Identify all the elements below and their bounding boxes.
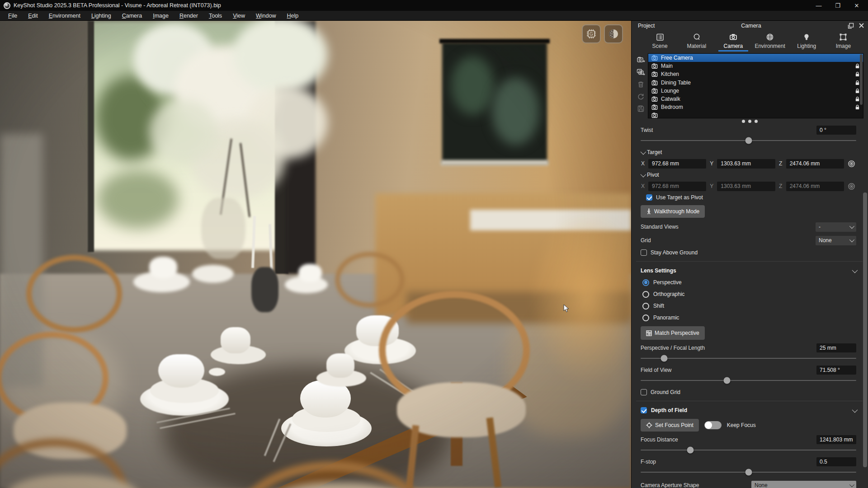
tab-material[interactable]: Material xyxy=(678,31,715,51)
use-target-as-pivot-checkbox[interactable] xyxy=(646,194,652,201)
orthographic-radio[interactable] xyxy=(642,291,649,298)
chevron-down-icon xyxy=(852,407,858,413)
field-of-view-value[interactable]: 71.508 ° xyxy=(816,366,856,375)
f-stop-value[interactable]: 0.5 xyxy=(816,457,856,466)
menu-window[interactable]: Window xyxy=(250,12,281,20)
menu-render[interactable]: Render xyxy=(174,12,203,20)
camera-controls: Twist 0 ° Target X 972.68 mm Y 1303.63 m… xyxy=(632,124,868,488)
aperture-shape-dropdown[interactable]: None xyxy=(751,481,856,488)
camera-row-bedroom[interactable]: Bedroom xyxy=(648,103,863,111)
camera-row-catwalk[interactable]: Catwalk xyxy=(648,95,863,103)
lens-option-orthographic[interactable]: Orthographic xyxy=(641,288,856,300)
camera-tool-rail xyxy=(633,53,648,118)
perspective-radio[interactable] xyxy=(642,279,649,286)
denoise-button[interactable] xyxy=(604,24,623,43)
window-title: KeyShot Studio 2025.3 BETA Professional … xyxy=(14,2,221,9)
pick-pivot-icon[interactable] xyxy=(847,182,856,191)
tab-scene[interactable]: Scene xyxy=(642,31,678,51)
tab-environment[interactable]: Environment xyxy=(752,31,788,51)
tab-image[interactable]: Image xyxy=(825,31,862,51)
target-y-field[interactable]: 1303.63 mm xyxy=(717,159,775,169)
walkthrough-mode-button[interactable]: Walkthrough Mode xyxy=(641,205,705,218)
camera-list: Free Camera Main Kitchen Dining Table xyxy=(648,53,863,118)
render-chair-left xyxy=(0,332,108,424)
viewport-overlay-buttons: G xyxy=(582,24,623,43)
render-sunlight-patch xyxy=(529,211,631,387)
twist-value[interactable]: 0 ° xyxy=(816,126,856,135)
lens-option-panoramic[interactable]: Panoramic xyxy=(641,312,856,324)
tab-lighting[interactable]: Lighting xyxy=(788,31,825,51)
pivot-section-header[interactable]: Pivot xyxy=(641,169,856,180)
render-chair-far-end xyxy=(26,255,122,333)
tab-material-label: Material xyxy=(687,43,706,49)
ground-grid-row[interactable]: Ground Grid xyxy=(641,387,856,398)
realtime-viewport[interactable]: G xyxy=(0,21,631,488)
ground-grid-checkbox[interactable] xyxy=(641,389,647,395)
save-camera-button[interactable] xyxy=(636,104,645,113)
menu-view[interactable]: View xyxy=(227,12,250,20)
standard-views-dropdown[interactable]: - xyxy=(816,222,856,232)
set-focus-point-button[interactable]: Set Focus Point xyxy=(641,419,699,432)
twist-slider[interactable] xyxy=(641,137,856,144)
float-panel-icon[interactable] xyxy=(848,23,854,29)
keep-focus-toggle[interactable] xyxy=(704,421,722,429)
field-of-view-slider[interactable] xyxy=(641,377,856,384)
grid-dropdown[interactable]: None xyxy=(816,236,856,245)
use-target-as-pivot-row[interactable]: Use Target as Pivot xyxy=(641,192,856,203)
depth-of-field-header[interactable]: Depth of Field xyxy=(641,404,856,416)
delete-camera-button[interactable] xyxy=(636,80,645,89)
camera-row-dining-table[interactable]: Dining Table xyxy=(648,79,863,87)
stay-above-ground-checkbox[interactable] xyxy=(641,249,647,256)
menu-lighting[interactable]: Lighting xyxy=(86,12,117,20)
panel-scrollbar[interactable] xyxy=(863,192,867,467)
focal-length-slider[interactable] xyxy=(641,355,856,362)
f-stop-slider[interactable] xyxy=(641,469,856,476)
menu-help[interactable]: Help xyxy=(282,12,304,20)
menu-edit[interactable]: Edit xyxy=(23,12,43,20)
stay-above-ground-row[interactable]: Stay Above Ground xyxy=(641,247,856,258)
tab-camera[interactable]: Camera xyxy=(715,31,751,51)
panoramic-radio[interactable] xyxy=(642,314,649,321)
f-stop-label: F-stop xyxy=(641,459,656,465)
menu-image[interactable]: Image xyxy=(147,12,174,20)
render-chair-right xyxy=(379,291,530,409)
restore-button[interactable]: ❐ xyxy=(829,0,846,10)
minimize-button[interactable]: — xyxy=(810,0,827,10)
lock-icon xyxy=(855,96,860,102)
lens-option-perspective[interactable]: Perspective xyxy=(641,277,856,288)
add-camera-button[interactable] xyxy=(636,55,645,64)
camera-row-lounge[interactable]: Lounge xyxy=(648,87,863,95)
target-z-field[interactable]: 2474.06 mm xyxy=(786,159,844,169)
camera-row-main[interactable]: Main xyxy=(648,62,863,70)
pick-target-icon[interactable] xyxy=(847,159,856,168)
match-perspective-button[interactable]: Match Perspective xyxy=(641,326,705,340)
scene-list-icon xyxy=(656,33,665,42)
target-section-header[interactable]: Target xyxy=(641,147,856,158)
focal-length-value[interactable]: 25 mm xyxy=(816,343,856,352)
menu-file[interactable]: File xyxy=(3,12,23,20)
tab-environment-label: Environment xyxy=(755,43,785,49)
close-button[interactable]: ✕ xyxy=(848,0,865,10)
camera-row-kitchen[interactable]: Kitchen xyxy=(648,70,863,78)
menu-camera[interactable]: Camera xyxy=(117,12,147,20)
focus-distance-value[interactable]: 1241.803 mm xyxy=(816,435,856,444)
depth-of-field-checkbox[interactable] xyxy=(641,407,647,413)
render-chair-left-seat xyxy=(14,403,127,459)
menu-environment[interactable]: Environment xyxy=(43,12,86,20)
focus-distance-slider[interactable] xyxy=(641,446,856,454)
menu-tools[interactable]: Tools xyxy=(203,12,227,20)
shift-radio[interactable] xyxy=(642,303,649,310)
close-panel-icon[interactable] xyxy=(859,23,864,28)
material-sphere-icon xyxy=(692,33,701,42)
duplicate-camera-button[interactable] xyxy=(636,67,645,76)
camera-row-partial[interactable] xyxy=(648,111,863,118)
gpu-mode-button[interactable]: G xyxy=(582,24,601,43)
camera-row-free-camera[interactable]: Free Camera xyxy=(648,54,863,62)
keyshot-logo-icon xyxy=(4,2,10,9)
reset-camera-button[interactable] xyxy=(636,92,645,101)
panel-splitter-handle[interactable] xyxy=(632,118,868,124)
lens-option-shift[interactable]: Shift xyxy=(641,300,856,312)
camera-list-scrollbar[interactable] xyxy=(860,54,863,105)
target-x-field[interactable]: 972.68 mm xyxy=(648,159,706,169)
lens-settings-header[interactable]: Lens Settings xyxy=(641,265,856,277)
